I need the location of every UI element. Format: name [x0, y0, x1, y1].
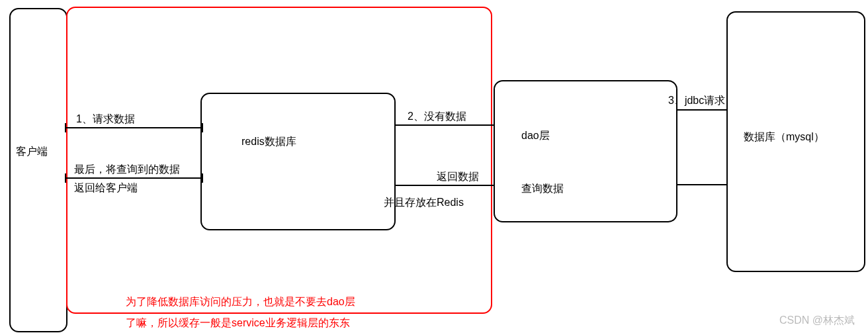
edge-return-client [65, 177, 202, 179]
dao-sub-label: 查询数据 [521, 182, 564, 196]
edge-jdbc-end [726, 105, 728, 115]
redis-label: redis数据库 [241, 135, 434, 149]
edge-request-data [65, 127, 202, 128]
mysql-label: 数据库（mysql） [744, 130, 824, 144]
edge-no-data-end [494, 120, 495, 130]
note-line1: 为了降低数据库访问的压力，也就是不要去dao层 [126, 295, 355, 309]
edge-request-data-end [202, 123, 203, 132]
edge-return-client-label-b: 返回给客户端 [74, 181, 138, 195]
edge-mysql-return [676, 184, 728, 185]
redis-box: redis数据库 [200, 93, 396, 230]
edge-no-data-start [394, 120, 396, 130]
client-label: 客户端 [16, 145, 48, 159]
edge-return-data-end [494, 181, 495, 190]
edge-return-client-start [65, 173, 66, 183]
edge-return-data-start [394, 181, 396, 190]
edge-no-data [394, 124, 495, 126]
edge-return-data-label-b: 并且存放在Redis [384, 196, 464, 210]
mysql-box: 数据库（mysql） [726, 11, 865, 272]
edge-request-data-start [65, 123, 66, 132]
note-line2: 了嘛，所以缓存一般是service业务逻辑层的东东 [126, 316, 350, 330]
edge-jdbc [676, 109, 728, 111]
edge-request-data-label: 1、请求数据 [76, 113, 135, 126]
edge-return-data-label-a: 返回数据 [437, 170, 479, 184]
client-box: 客户端 [9, 8, 67, 332]
edge-return-data [394, 185, 495, 186]
dao-label: dao层 [521, 129, 550, 143]
edge-return-client-end [202, 173, 203, 183]
edge-mysql-return-start [676, 180, 677, 189]
edge-no-data-label: 2、没有数据 [408, 110, 466, 124]
edge-mysql-return-end [726, 180, 728, 189]
dao-box: dao层 查询数据 [494, 80, 677, 222]
watermark: CSDN @林杰斌 [779, 314, 855, 328]
edge-return-client-label-a: 最后，将查询到的数据 [74, 163, 180, 177]
edge-jdbc-label: 3、jdbc请求 [668, 94, 725, 108]
